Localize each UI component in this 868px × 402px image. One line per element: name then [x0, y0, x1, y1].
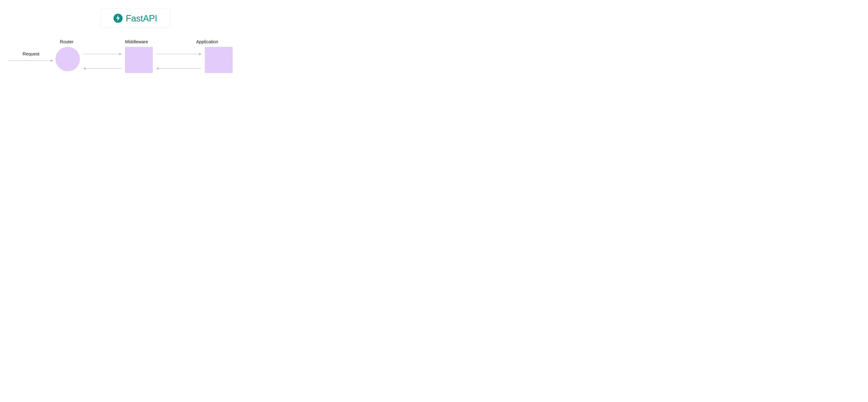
- logo-text: FastAPI: [126, 13, 157, 24]
- application-to-middleware-arrow: [156, 68, 202, 69]
- request-label: Request: [23, 51, 39, 57]
- middleware-to-router-arrow: [83, 68, 122, 69]
- fastapi-logo-card: FastAPI: [101, 9, 170, 28]
- router-to-middleware-arrow: [83, 54, 122, 54]
- lightning-bolt-icon: [114, 14, 123, 23]
- router-label: Router: [60, 39, 73, 45]
- application-label: Application: [196, 39, 218, 45]
- middleware-to-application-arrow: [156, 54, 202, 54]
- request-to-router-arrow: [8, 60, 53, 61]
- middleware-node: [125, 47, 153, 73]
- middleware-label: Middleware: [125, 39, 148, 45]
- router-node: [56, 47, 80, 71]
- application-node: [205, 47, 232, 73]
